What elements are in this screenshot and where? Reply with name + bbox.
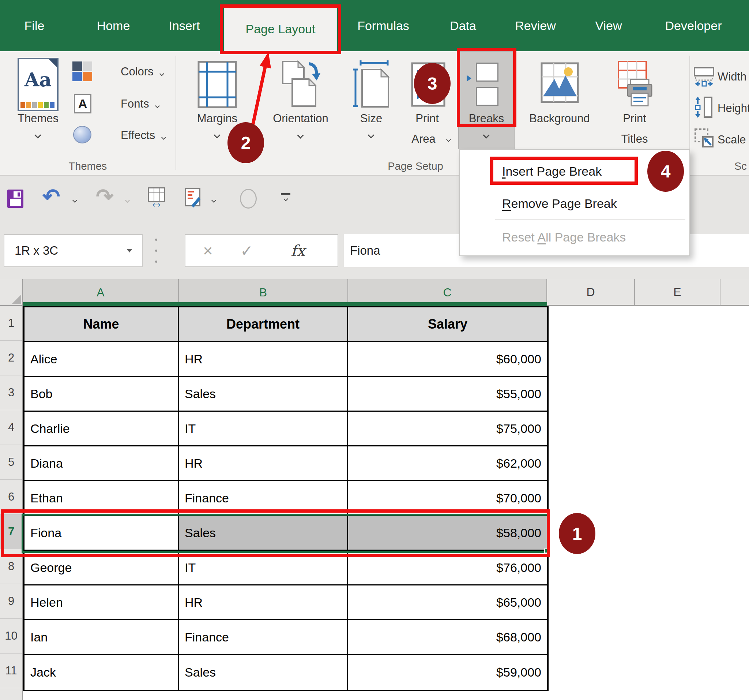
cell-c5[interactable]: $62,000 xyxy=(348,446,547,480)
colors-button[interactable]: Colors xyxy=(121,65,164,78)
orientation-button[interactable]: Orientation xyxy=(273,112,329,125)
cell-b2[interactable]: HR xyxy=(179,342,348,376)
tab-insert[interactable]: Insert xyxy=(168,0,200,51)
cell-b9[interactable]: HR xyxy=(179,585,348,619)
cell-a3[interactable]: Bob xyxy=(24,377,179,411)
scale-icon xyxy=(693,127,715,150)
selected-columns-underline xyxy=(23,302,547,306)
row-header-3[interactable]: 3 xyxy=(0,375,22,410)
row-header-1[interactable]: 1 xyxy=(0,306,22,341)
print-area-button-line2[interactable]: Area xyxy=(411,132,435,146)
table-row: Helen HR $65,000 xyxy=(24,585,547,620)
tab-review[interactable]: Review xyxy=(515,0,555,51)
tab-developer[interactable]: Developer xyxy=(665,0,722,51)
tab-formulas[interactable]: Formulas xyxy=(357,0,409,51)
menu-item-reset-all-page-breaks: Reset All Page Breaks xyxy=(502,226,626,248)
cell-b3[interactable]: Sales xyxy=(179,377,348,411)
width-button[interactable]: Width xyxy=(718,70,746,83)
cell-c1[interactable]: Salary xyxy=(348,307,547,341)
cell-c11[interactable]: $59,000 xyxy=(348,655,547,690)
margins-chevron[interactable] xyxy=(215,132,219,139)
breaks-chevron[interactable] xyxy=(484,132,489,139)
cell-a11[interactable]: Jack xyxy=(24,655,179,690)
margins-button[interactable]: Margins xyxy=(197,112,237,125)
print-titles-button-line2[interactable]: Titles xyxy=(621,132,648,146)
customize-quick-access-toolbar-button[interactable] xyxy=(281,193,290,201)
step-badge-2: 2 xyxy=(228,122,264,163)
print-titles-button-line1[interactable]: Print xyxy=(623,112,646,125)
cell-b1[interactable]: Department xyxy=(179,307,348,341)
edit-form-button[interactable] xyxy=(185,188,200,206)
cell-c10[interactable]: $68,000 xyxy=(348,620,547,654)
fonts-button[interactable]: Fonts xyxy=(121,97,159,110)
undo-dropdown-chevron[interactable] xyxy=(73,197,76,204)
cell-b10[interactable]: Finance xyxy=(179,620,348,654)
cell-c3[interactable]: $55,000 xyxy=(348,377,547,411)
save-button[interactable] xyxy=(7,190,23,208)
cell-a10[interactable]: Ian xyxy=(24,620,179,654)
themes-dropdown-chevron[interactable] xyxy=(35,132,40,139)
step-badge-3: 3 xyxy=(414,63,451,104)
background-button[interactable]: Background xyxy=(529,112,590,125)
name-box[interactable]: 1R x 3C xyxy=(4,234,143,267)
column-header-e[interactable]: E xyxy=(635,279,720,306)
cancel-icon[interactable]: × xyxy=(203,241,213,260)
table-row: Bob Sales $55,000 xyxy=(24,377,547,412)
row-header-4[interactable]: 4 xyxy=(0,410,22,445)
tab-view[interactable]: View xyxy=(595,0,622,51)
tab-file[interactable]: File xyxy=(24,0,44,51)
cell-c9[interactable]: $65,000 xyxy=(348,585,547,619)
page-setup-group-label: Page Setup xyxy=(388,160,443,172)
undo-button[interactable]: ↶ xyxy=(43,186,60,207)
select-all-corner[interactable] xyxy=(0,279,23,306)
cell-a4[interactable]: Charlie xyxy=(24,412,179,445)
themes-group-label: Themes xyxy=(69,160,107,172)
cell-c4[interactable]: $75,000 xyxy=(348,412,547,445)
row-header-9[interactable]: 9 xyxy=(0,584,22,619)
cell-b4[interactable]: IT xyxy=(179,412,348,445)
print-area-button-line1[interactable]: Print xyxy=(416,112,439,125)
height-button[interactable]: Height xyxy=(718,102,749,115)
cell-a2[interactable]: Alice xyxy=(24,342,179,376)
cell-a1[interactable]: Name xyxy=(24,307,179,341)
orientation-chevron[interactable] xyxy=(298,132,303,139)
table-row: Charlie IT $75,000 xyxy=(24,412,547,446)
print-area-chevron[interactable] xyxy=(447,136,450,143)
effects-button[interactable]: Effects xyxy=(121,129,165,142)
name-box-value: 1R x 3C xyxy=(15,244,58,257)
fit-column-width-button[interactable]: ↔ xyxy=(148,187,165,202)
table-row: Ian Finance $68,000 xyxy=(24,620,547,655)
row-header-11[interactable]: 11 xyxy=(0,654,22,688)
redo-dropdown-chevron[interactable] xyxy=(126,197,129,204)
scale-button[interactable]: Scale xyxy=(718,133,746,146)
cell-a5[interactable]: Diana xyxy=(24,446,179,480)
column-header-d[interactable]: D xyxy=(547,279,635,306)
tab-home[interactable]: Home xyxy=(97,0,130,51)
cell-b11[interactable]: Sales xyxy=(179,655,348,690)
enter-icon[interactable]: ✓ xyxy=(240,242,253,260)
menu-separator xyxy=(495,219,685,219)
height-icon xyxy=(693,96,714,120)
insert-function-icon[interactable]: fx xyxy=(291,242,305,260)
background-icon xyxy=(541,62,579,107)
row-header-10[interactable]: 10 xyxy=(0,619,22,654)
column-header-f-partial[interactable] xyxy=(720,279,749,306)
menu-item-remove-page-break[interactable]: Remove Page Break xyxy=(502,193,617,214)
formula-bar-resize-handle[interactable] xyxy=(155,239,157,263)
redo-button[interactable]: ↷ xyxy=(96,186,114,207)
size-button[interactable]: Size xyxy=(360,112,382,125)
themes-button[interactable]: Aa xyxy=(18,58,58,111)
scale-to-fit-group-label: Sc xyxy=(734,160,747,172)
size-chevron[interactable] xyxy=(368,132,373,139)
effects-icon xyxy=(73,126,92,144)
edit-form-dropdown-chevron[interactable] xyxy=(212,197,216,204)
row-header-5[interactable]: 5 xyxy=(0,445,22,480)
themes-icon xyxy=(49,59,57,68)
cell-a9[interactable]: Helen xyxy=(24,585,179,619)
tab-data[interactable]: Data xyxy=(450,0,476,51)
cell-b5[interactable]: HR xyxy=(179,446,348,480)
name-box-dropdown-icon[interactable] xyxy=(127,249,132,253)
fonts-icon: A xyxy=(74,94,92,113)
cell-c2[interactable]: $60,000 xyxy=(348,342,547,376)
row-header-2[interactable]: 2 xyxy=(0,341,22,375)
